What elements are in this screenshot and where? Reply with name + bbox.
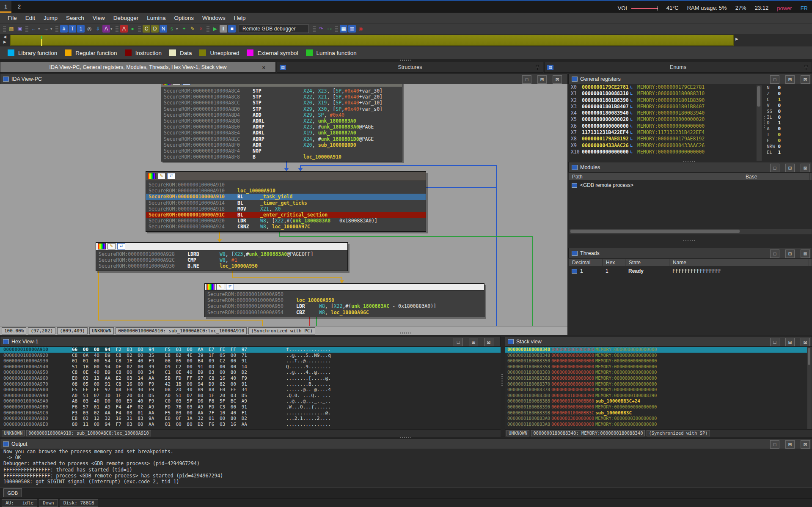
stack-row[interactable]: 00000001800883580000000000000000MEMORY:0… <box>505 364 812 370</box>
node-color-icon[interactable] <box>163 84 171 85</box>
node-color-icon[interactable] <box>206 284 215 290</box>
threads-column-header[interactable]: Decimal Hex State Name <box>568 258 812 266</box>
module-row[interactable]: <GDB remote process> <box>572 182 633 188</box>
register-memory-link[interactable]: MEMORY:0000000000000020 <box>637 116 705 123</box>
stack-value[interactable]: 0000000000000000 <box>551 364 594 370</box>
menu-help[interactable]: Help <box>230 14 250 22</box>
breakpoint-enabled-icon[interactable]: ● <box>129 25 136 33</box>
disasm-line[interactable]: SecureROM:000000010000A8D0STPX29, X30, [… <box>161 106 402 112</box>
node-group-icon[interactable]: ⇄ <box>117 243 125 249</box>
forward-icon[interactable]: → <box>42 25 50 33</box>
stack-row[interactable]: 00000001800883800000000180088390MEMORY:0… <box>505 393 812 399</box>
hex-row[interactable]: 000000010000A990A0 51 07 30 1F 20 03 D5 … <box>0 393 501 399</box>
stack-value[interactable]: 0000000000000000 <box>551 375 594 381</box>
hex-bytes[interactable]: F6 57 01 A9 F4 4F 02 A9 FD 7B 03 A9 FD C… <box>72 404 247 410</box>
node-group-icon[interactable]: ⇄ <box>167 173 175 179</box>
stack-value[interactable]: 0000000000000000 <box>551 404 594 410</box>
panel-close-button[interactable]: ⊠ <box>484 338 493 346</box>
stack-value[interactable]: 000000010000BB60 <box>551 398 594 404</box>
menu-windows[interactable]: Windows <box>198 14 230 22</box>
disasm-line[interactable]: SecureROM:000000010000A8CCSTPX20, X19, [… <box>161 100 402 106</box>
stack-row[interactable]: 00000001800883900000000000000000MEMORY:0… <box>505 404 812 410</box>
stack-dump[interactable]: 00000001800883400000000000000000MEMORY:0… <box>505 347 812 429</box>
stack-row[interactable]: 00000001800883480000000000000000MEMORY:0… <box>505 353 812 359</box>
node-color-icon[interactable] <box>98 243 106 249</box>
stack-memory-link[interactable]: MEMORY:0000000300000000 <box>595 416 657 422</box>
disasm-line[interactable]: SecureROM:000000010000A910 <box>146 182 426 188</box>
stack-symbol-link[interactable]: sub_10000BB3C <box>595 410 632 416</box>
stack-memory-link[interactable]: MEMORY:0000000000000000 <box>595 422 657 428</box>
pause-process-icon[interactable]: ‖ <box>220 25 227 33</box>
back-icon[interactable]: ← <box>30 25 38 33</box>
splitter-handle[interactable] <box>764 115 765 128</box>
gdb-console-tab[interactable]: GDB <box>3 488 22 497</box>
panel-dock-button[interactable]: ⊞ <box>537 75 547 84</box>
make-code-icon[interactable]: C <box>143 25 150 33</box>
panel-restore-button[interactable]: □ <box>770 249 779 258</box>
tab-structures[interactable]: ▤Structures <box>277 62 543 73</box>
undefine-icon[interactable]: × <box>197 25 205 33</box>
register-memory-link[interactable]: MEMORY:0000000180088310 <box>637 90 705 97</box>
disasm-line[interactable]: SecureROM:000000010000A920LDRW8, [X22,#(… <box>146 218 426 224</box>
jump-address-icon[interactable]: # <box>60 25 68 33</box>
graph-node-b4[interactable]: ✎⇄SecureROM:000000010000A950SecureROM:00… <box>204 283 484 317</box>
disasm-line[interactable]: SecureROM:000000010000A918MOVX21, X0 <box>146 206 426 212</box>
debugger-windows-icon[interactable]: ▦ <box>340 25 347 33</box>
navigation-band[interactable] <box>10 35 734 46</box>
step-over-icon[interactable]: ↦ <box>326 25 333 33</box>
disasm-line[interactable]: SecureROM:000000010000A950 <box>205 291 484 297</box>
panel-restore-button[interactable]: □ <box>770 164 779 172</box>
disasm-line[interactable]: SecureROM:000000010000A910BL_task_yield <box>146 194 426 200</box>
disasm-line[interactable]: SecureROM:000000010000A950LDRW8, [X22,#(… <box>205 303 484 309</box>
node-edit-icon[interactable]: ✎ <box>173 84 181 85</box>
hex-bytes[interactable]: E5 FE FF 97 08 EB 40 F9 08 2D 40 B9 88 F… <box>72 387 247 393</box>
modules-column-header[interactable]: Path Base <box>568 173 812 181</box>
module-list-icon[interactable]: ▥ <box>348 25 356 33</box>
hex-bytes[interactable]: F3 03 02 AA F4 03 01 AA F5 03 00 AA 7F 1… <box>72 410 247 416</box>
splitter-handle[interactable] <box>683 240 696 241</box>
stack-value[interactable]: 0000000300000000 <box>551 416 594 422</box>
disasm-line[interactable]: SecureROM:000000010000A8C8STPX22, X21, [… <box>161 94 402 100</box>
disasm-line[interactable]: SecureROM:000000010000A954CBZW8, loc_100… <box>205 310 484 315</box>
disasm-line[interactable]: SecureROM:000000010000A8F8Bloc_10000A910 <box>161 154 402 160</box>
hex-bytes[interactable]: C8 0E 40 B9 C8 00 00 34 C1 0E 40 B9 03 0… <box>72 370 247 375</box>
back-dropdown-caret[interactable]: ▾ <box>38 27 42 31</box>
hex-bytes[interactable]: A8 03 40 D0 00 E9 40 F9 C0 03 5F D6 F8 5… <box>72 398 247 404</box>
hex-bytes[interactable]: 01 01 00 54 C8 1E 40 F9 08 05 00 B4 09 C… <box>72 358 247 364</box>
stack-value[interactable]: 0000000180088390 <box>551 393 594 399</box>
hex-row[interactable]: 000000010000A9B0F6 57 01 A9 F4 4F 02 A9 … <box>0 404 501 410</box>
stack-value[interactable]: 0000000000000000 <box>551 422 594 428</box>
hex-row[interactable]: 000000010000A94051 1B 00 94 DF 02 00 39 … <box>0 364 501 370</box>
breakpoint-list-icon[interactable]: ◉ <box>357 25 364 33</box>
menu-options[interactable]: Options <box>170 14 198 22</box>
tab-enums[interactable]: ▤Enums <box>544 62 812 73</box>
stack-row[interactable]: 00000001800883600000000000000000MEMORY:0… <box>505 370 812 375</box>
panel-restore-button[interactable]: □ <box>770 440 779 449</box>
disasm-line[interactable]: SecureROM:000000010000A92CCMPW8, #1 <box>96 257 347 263</box>
make-name-icon[interactable]: N <box>160 25 167 33</box>
register-value[interactable]: 00000000433AAC26 <box>582 143 629 149</box>
stack-memory-link[interactable]: MEMORY:0000000000000000 <box>595 370 657 375</box>
tab-close-icon[interactable]: × <box>262 64 265 71</box>
register-memory-link[interactable]: MEMORY:0000000000000000 <box>637 123 705 129</box>
string-dropdown-caret[interactable]: ▾ <box>176 27 180 31</box>
hex-bytes[interactable]: E8 03 12 32 16 31 83 9A E0 0F 1A 32 01 0… <box>72 416 247 422</box>
graph-node-titlebar[interactable]: ✎⇄ <box>161 84 402 87</box>
disasm-line[interactable]: SecureROM:000000010000A928LDRBW8, [X23,#… <box>96 251 347 257</box>
register-memory-link[interactable]: MEMORY:0000000179CE2781 <box>637 84 705 90</box>
continue-process-icon[interactable]: ▶ <box>211 25 219 33</box>
search-icon[interactable]: ◎ <box>85 25 93 33</box>
disasm-line[interactable]: SecureROM:000000010000A8ECADRPX24, #unk_… <box>161 136 402 142</box>
stack-value[interactable]: 0000000000000000 <box>551 358 594 364</box>
stack-value[interactable]: 000000010000BB3C <box>551 410 594 416</box>
splitter-handle[interactable] <box>501 373 503 386</box>
register-value[interactable]: 0000000000000000 <box>582 123 629 129</box>
workspace-tab-2[interactable]: 2 <box>14 1 25 13</box>
stack-row[interactable]: 00000001800883A80000000000000000MEMORY:0… <box>505 422 812 428</box>
menu-jump[interactable]: Jump <box>39 14 62 22</box>
panel-restore-button[interactable]: □ <box>770 75 779 84</box>
splitter-handle[interactable] <box>400 60 413 61</box>
hex-row[interactable]: 000000010000A950C8 0E 40 B9 C8 00 00 34 … <box>0 370 501 375</box>
stack-row[interactable]: 00000001800883500000000000000000MEMORY:0… <box>505 358 812 364</box>
node-group-icon[interactable]: ⇄ <box>182 84 190 85</box>
